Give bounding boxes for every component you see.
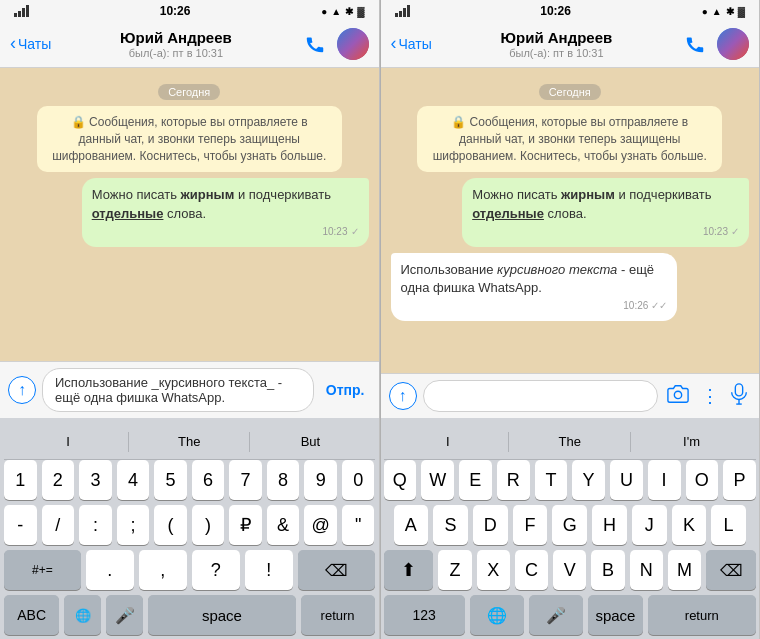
key-6[interactable]: 6 — [192, 460, 225, 500]
status-icons-right: ● ▲ ✱ ▓ — [702, 6, 745, 17]
key-g[interactable]: G — [552, 505, 587, 545]
back-button-left[interactable]: ‹ Чаты — [10, 33, 51, 54]
key-shift[interactable]: ⬆ — [384, 550, 434, 590]
camera-button-right[interactable] — [664, 381, 692, 412]
key-c[interactable]: C — [515, 550, 548, 590]
signal-icon: ● — [321, 6, 327, 17]
suggestion-but-left[interactable]: But — [250, 434, 370, 449]
avatar-right[interactable] — [717, 28, 749, 60]
key-question[interactable]: ? — [192, 550, 240, 590]
up-arrow-icon-r: ↑ — [399, 387, 407, 405]
key-5[interactable]: 5 — [154, 460, 187, 500]
key-b[interactable]: B — [591, 550, 624, 590]
suggestion-i-left[interactable]: I — [8, 434, 128, 449]
key-1[interactable]: 1 — [4, 460, 37, 500]
bubble1-left: Можно писать жирным и подчеркивать отдел… — [82, 178, 369, 246]
key-t[interactable]: T — [535, 460, 568, 500]
key-ruble[interactable]: ₽ — [229, 505, 262, 545]
key-colon[interactable]: : — [79, 505, 112, 545]
key-mic-right[interactable]: 🎤 — [529, 595, 583, 635]
key-3[interactable]: 3 — [79, 460, 112, 500]
chat-area-right[interactable]: Сегодня 🔒 Сообщения, которые вы отправля… — [381, 68, 760, 373]
bold-underline-word-r: отдельные — [472, 206, 544, 221]
left-panel: 10:26 ● ▲ ✱ ▓ ‹ Чаты Юрий Андреев был(-а… — [0, 0, 380, 639]
key-d[interactable]: D — [473, 505, 508, 545]
status-bar-left: 10:26 ● ▲ ✱ ▓ — [0, 0, 379, 20]
key-2[interactable]: 2 — [42, 460, 75, 500]
suggestion-i-right[interactable]: I — [388, 434, 509, 449]
key-comma[interactable]: , — [139, 550, 187, 590]
suggestion-the-right[interactable]: The — [509, 434, 630, 449]
key-123[interactable]: 123 — [384, 595, 465, 635]
key-globe-left[interactable]: 🌐 — [64, 595, 101, 635]
key-p[interactable]: P — [723, 460, 756, 500]
key-u[interactable]: U — [610, 460, 643, 500]
suggestion-im-right[interactable]: I'm — [631, 434, 752, 449]
key-z[interactable]: Z — [438, 550, 471, 590]
mic-button-right[interactable] — [727, 381, 751, 412]
chat-header-left: ‹ Чаты Юрий Андреев был(-а): пт в 10:31 — [0, 20, 379, 68]
scroll-button-left[interactable]: ↑ — [8, 376, 36, 404]
key-k[interactable]: K — [672, 505, 707, 545]
key-v[interactable]: V — [553, 550, 586, 590]
key-l[interactable]: L — [711, 505, 746, 545]
key-slash[interactable]: / — [42, 505, 75, 545]
right-panel: 10:26 ● ▲ ✱ ▓ ‹ Чаты Юрий Андреев был(-а… — [381, 0, 761, 639]
key-globe-right[interactable]: 🌐 — [470, 595, 524, 635]
key-j[interactable]: J — [632, 505, 667, 545]
key-quote[interactable]: " — [342, 505, 375, 545]
text-input-right[interactable] — [423, 380, 659, 412]
send-button-left[interactable]: Отпр. — [320, 378, 371, 402]
key-amp[interactable]: & — [267, 505, 300, 545]
key-h[interactable]: H — [592, 505, 627, 545]
keyboard-left: I The But 1 2 3 4 5 6 7 8 9 0 - / : ; ( … — [0, 418, 379, 639]
key-8[interactable]: 8 — [267, 460, 300, 500]
key-9[interactable]: 9 — [304, 460, 337, 500]
key-delete-left[interactable]: ⌫ — [298, 550, 375, 590]
key-x[interactable]: X — [477, 550, 510, 590]
key-o[interactable]: O — [686, 460, 719, 500]
key-0[interactable]: 0 — [342, 460, 375, 500]
key-lparen[interactable]: ( — [154, 505, 187, 545]
call-button-left[interactable] — [301, 30, 329, 58]
chat-area-left[interactable]: Сегодня 🔒 Сообщения, которые вы отправля… — [0, 68, 379, 361]
key-w[interactable]: W — [421, 460, 454, 500]
key-7[interactable]: 7 — [229, 460, 262, 500]
key-space-right[interactable]: space — [588, 595, 642, 635]
date-label-left: Сегодня — [10, 82, 369, 100]
key-e[interactable]: E — [459, 460, 492, 500]
key-abc[interactable]: ABC — [4, 595, 59, 635]
key-n[interactable]: N — [630, 550, 663, 590]
key-delete-right[interactable]: ⌫ — [706, 550, 756, 590]
key-return-right[interactable]: return — [648, 595, 756, 635]
key-period[interactable]: . — [86, 550, 134, 590]
key-dash[interactable]: - — [4, 505, 37, 545]
scroll-button-right[interactable]: ↑ — [389, 382, 417, 410]
key-exclaim[interactable]: ! — [245, 550, 293, 590]
key-return-left[interactable]: return — [301, 595, 375, 635]
bold-underline-word: отдельные — [92, 206, 164, 221]
more-button-right[interactable]: ⋮ — [698, 383, 721, 409]
key-at[interactable]: @ — [304, 505, 337, 545]
key-a[interactable]: A — [394, 505, 429, 545]
key-r[interactable]: R — [497, 460, 530, 500]
call-button-right[interactable] — [681, 30, 709, 58]
key-s[interactable]: S — [433, 505, 468, 545]
key-mic-left[interactable]: 🎤 — [106, 595, 143, 635]
bluetooth-icon: ✱ — [345, 6, 353, 17]
key-y[interactable]: Y — [572, 460, 605, 500]
key-semicolon[interactable]: ; — [117, 505, 150, 545]
key-symbol-toggle[interactable]: #+= — [4, 550, 81, 590]
key-space-left[interactable]: space — [148, 595, 296, 635]
text-input-left[interactable]: Использование _курсивного текста_ - ещё … — [42, 368, 314, 412]
key-f[interactable]: F — [513, 505, 548, 545]
suggestion-the-left[interactable]: The — [129, 434, 249, 449]
key-4[interactable]: 4 — [117, 460, 150, 500]
key-i[interactable]: I — [648, 460, 681, 500]
key-rparen[interactable]: ) — [192, 505, 225, 545]
qwerty-row-2: A S D F G H J K L — [384, 505, 757, 545]
back-button-right[interactable]: ‹ Чаты — [391, 33, 432, 54]
key-m[interactable]: M — [668, 550, 701, 590]
avatar-left[interactable] — [337, 28, 369, 60]
key-q[interactable]: Q — [384, 460, 417, 500]
